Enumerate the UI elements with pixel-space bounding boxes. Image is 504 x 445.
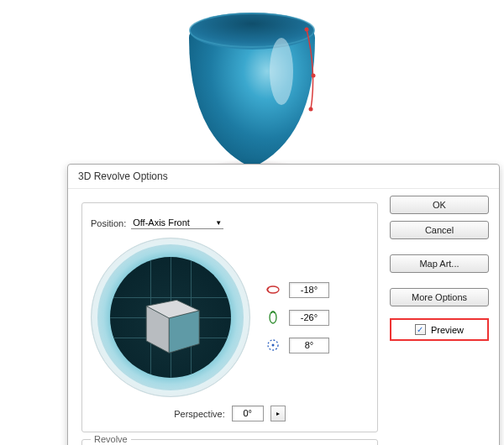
svg-point-3: [270, 38, 293, 105]
ok-button[interactable]: OK: [390, 196, 489, 214]
rotate-z-icon: [265, 338, 281, 353]
rotation-trackball[interactable]: [91, 238, 250, 397]
cancel-button[interactable]: Cancel: [390, 221, 489, 239]
svg-point-5: [312, 74, 316, 78]
position-dropdown[interactable]: Off-Axis Front ▼: [131, 217, 223, 229]
chevron-down-icon: ▼: [215, 219, 222, 227]
perspective-input[interactable]: 0°: [232, 406, 264, 421]
position-value: Off-Axis Front: [133, 217, 190, 228]
rotate-y-icon: [265, 310, 281, 325]
svg-point-6: [309, 107, 313, 112]
rotate-x-icon: [265, 282, 281, 297]
more-options-button[interactable]: More Options: [390, 288, 489, 306]
angle-x-input[interactable]: -18°: [289, 282, 329, 298]
revolve-group-label: Revolve: [91, 434, 131, 444]
dialog-title: 3D Revolve Options: [68, 165, 499, 189]
perspective-label: Perspective:: [174, 409, 225, 419]
position-label: Position:: [91, 218, 126, 228]
svg-point-4: [305, 28, 309, 32]
svg-point-12: [270, 312, 276, 323]
map-art-button[interactable]: Map Art...: [390, 254, 489, 273]
svg-point-14: [272, 344, 275, 347]
preview-label: Preview: [431, 325, 464, 335]
angle-y-input[interactable]: -26°: [289, 310, 329, 326]
svg-point-11: [267, 286, 279, 293]
angle-z-input[interactable]: 8°: [289, 338, 329, 353]
preview-highlight: ✓ Preview: [390, 318, 489, 341]
3d-revolve-options-dialog: 3D Revolve Options Position: Off-Axis Fr…: [67, 164, 500, 445]
perspective-stepper[interactable]: ▸: [270, 406, 286, 421]
orientation-cube: [133, 284, 208, 359]
preview-checkbox[interactable]: ✓: [415, 324, 426, 335]
